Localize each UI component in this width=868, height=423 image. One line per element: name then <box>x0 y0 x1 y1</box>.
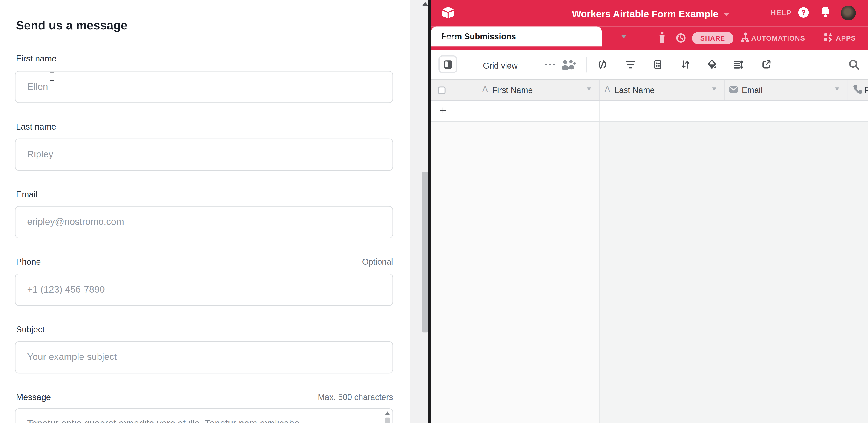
phone-optional-note: Optional <box>362 257 393 267</box>
add-row-plus-icon[interactable]: + <box>439 103 446 117</box>
apps-button[interactable]: APPS <box>836 34 856 42</box>
share-button[interactable]: SHARE <box>692 32 734 44</box>
column-divider[interactable] <box>599 79 599 100</box>
view-name[interactable]: Grid view <box>483 61 518 70</box>
table-bar: Form Submissions SHARE AUTOMATIONS <box>431 27 868 50</box>
base-title: Workers Airtable Form Example <box>572 8 718 20</box>
airtable-logo-icon[interactable] <box>441 6 455 20</box>
row-height-icon[interactable] <box>734 60 743 69</box>
text-field-type-icon: A <box>604 84 610 94</box>
phone-label: Phone <box>16 257 41 267</box>
textarea-scrollbar[interactable] <box>385 410 391 423</box>
help-question-icon[interactable]: ? <box>798 7 809 18</box>
last-name-label: Last name <box>16 122 56 131</box>
chevron-down-icon <box>723 13 729 16</box>
toolbar-divider <box>586 57 587 72</box>
filter-icon[interactable] <box>626 60 636 69</box>
last-name-input[interactable] <box>15 138 393 171</box>
airtable-pane: Workers Airtable Form Example HELP ? For… <box>431 0 868 423</box>
phone-field-type-icon <box>852 84 863 94</box>
email-label: Email <box>16 189 37 199</box>
column-divider[interactable] <box>724 79 724 100</box>
email-field-type-icon <box>729 86 738 93</box>
view-more-options-icon[interactable] <box>545 63 555 65</box>
message-label: Message <box>16 392 51 402</box>
grid-canvas-frozen <box>431 122 599 423</box>
message-max-note: Max. 500 characters <box>318 392 393 401</box>
email-input[interactable] <box>15 206 393 238</box>
sidebar-menu-icon[interactable] <box>444 33 456 42</box>
page-scroll-thumb[interactable] <box>422 172 428 332</box>
first-name-label: First name <box>16 54 57 63</box>
automations-button[interactable]: AUTOMATIONS <box>751 34 805 42</box>
form-heading: Send us a message <box>16 19 127 33</box>
text-field-type-icon: A <box>482 84 488 94</box>
apps-icon[interactable] <box>823 32 833 43</box>
first-name-input[interactable] <box>15 71 393 103</box>
select-all-checkbox[interactable] <box>438 86 446 94</box>
scroll-up-arrow-icon[interactable] <box>385 412 390 415</box>
color-icon[interactable] <box>707 60 717 69</box>
frozen-column-divider[interactable] <box>599 100 599 423</box>
column-header-email[interactable]: Email <box>742 85 763 95</box>
user-avatar[interactable] <box>841 5 856 21</box>
subject-label: Subject <box>16 324 44 334</box>
phone-input[interactable] <box>15 273 393 306</box>
help-button[interactable]: HELP <box>771 9 792 17</box>
views-sidebar-toggle-button[interactable] <box>438 56 457 73</box>
page-scroll-up-arrow-icon[interactable] <box>422 2 428 5</box>
text-cursor-icon <box>49 71 55 81</box>
trash-icon[interactable] <box>657 32 666 44</box>
message-text: Tenetur optio quaerat expedita vero et i… <box>27 418 300 423</box>
history-icon[interactable] <box>675 32 686 44</box>
table-tab-form-submissions[interactable]: Form Submissions <box>431 27 602 46</box>
screen: Send us a message First name Last name E… <box>0 0 868 423</box>
column-header-last-name[interactable]: Last Name <box>615 85 655 95</box>
automations-icon[interactable] <box>740 32 749 44</box>
column-chevron-icon[interactable] <box>835 87 839 90</box>
airtable-top-bar: Workers Airtable Form Example HELP ? <box>431 0 868 27</box>
message-textarea[interactable]: Tenetur optio quaerat expedita vero et i… <box>15 408 393 423</box>
base-title-menu[interactable]: Workers Airtable Form Example <box>545 7 756 21</box>
column-header-phone[interactable]: Phone <box>865 85 868 95</box>
column-divider[interactable] <box>847 79 848 100</box>
add-row[interactable] <box>431 100 868 122</box>
hide-fields-icon[interactable] <box>597 60 607 69</box>
notifications-bell-icon[interactable] <box>820 5 831 19</box>
window-divider <box>429 0 431 423</box>
collaborators-icon[interactable] <box>560 58 577 71</box>
column-chevron-icon[interactable] <box>587 87 591 90</box>
subject-input[interactable] <box>15 341 393 373</box>
search-icon[interactable] <box>848 59 860 71</box>
table-tab-chevron-icon[interactable] <box>621 35 627 38</box>
sidebar-panel-icon <box>444 60 452 68</box>
column-chevron-icon[interactable] <box>712 87 716 90</box>
sort-icon[interactable] <box>680 60 690 69</box>
column-header-first-name[interactable]: First Name <box>492 85 533 95</box>
textarea-scroll-thumb[interactable] <box>385 418 390 423</box>
group-icon[interactable] <box>652 60 662 69</box>
contact-form-pane: Send us a message First name Last name E… <box>0 0 410 423</box>
share-view-icon[interactable] <box>762 60 772 69</box>
